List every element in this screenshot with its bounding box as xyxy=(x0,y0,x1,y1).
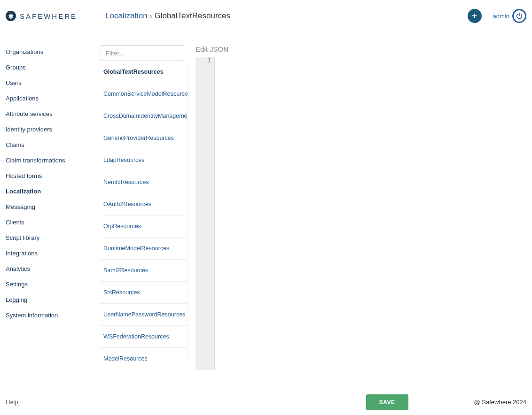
editor-gutter: 1 xyxy=(196,57,214,370)
resource-column: GlobalTextResourcesCommonServiceModelRes… xyxy=(100,32,188,389)
editor-title: Edit JSON xyxy=(196,45,532,53)
sidebar-item-system-information[interactable]: System information xyxy=(6,307,100,323)
sidebar-item-claims[interactable]: Claims xyxy=(6,137,100,153)
breadcrumb: Localization › GlobalTextResources xyxy=(105,11,230,21)
sidebar-item-logging[interactable]: Logging xyxy=(6,292,100,307)
help-link[interactable]: Help xyxy=(6,399,18,406)
resource-item[interactable]: StsResources xyxy=(100,282,188,304)
sidebar-item-hosted-forms[interactable]: Hosted forms xyxy=(6,168,100,184)
user-name: admin xyxy=(493,13,509,20)
user-menu[interactable]: admin xyxy=(493,9,526,23)
chevron-right-icon: › xyxy=(150,12,152,20)
json-editor[interactable]: 1 xyxy=(196,57,532,370)
resource-list[interactable]: GlobalTextResourcesCommonServiceModelRes… xyxy=(100,61,188,361)
sidebar-item-script-library[interactable]: Script library xyxy=(6,230,100,246)
resource-item[interactable]: NemIdResources xyxy=(100,171,188,193)
resource-item[interactable]: CommonServiceModelResources xyxy=(100,83,188,105)
brand-name: SAFEWHERE xyxy=(20,12,77,20)
sidebar-item-claim-transformations[interactable]: Claim transformations xyxy=(6,153,100,168)
resource-item[interactable]: OtpResources xyxy=(100,215,188,238)
header: ✱ SAFEWHERE Localization › GlobalTextRes… xyxy=(0,0,532,32)
resource-item[interactable]: GlobalTextResources xyxy=(100,61,188,83)
plus-icon: + xyxy=(472,11,477,22)
sidebar-item-messaging[interactable]: Messaging xyxy=(6,199,100,215)
sidebar-item-settings[interactable]: Settings xyxy=(6,277,100,292)
resource-item[interactable]: CrossDomainIdentityManagement xyxy=(100,105,188,127)
resource-item[interactable]: Saml2Resources xyxy=(100,260,188,282)
sidebar: OrganizationsGroupsUsersApplicationsAttr… xyxy=(0,32,100,389)
resource-item[interactable]: WSFederationResources xyxy=(100,326,188,348)
resource-item[interactable]: RuntimeModelResources xyxy=(100,238,188,260)
add-button[interactable]: + xyxy=(468,9,482,23)
power-icon xyxy=(512,9,526,23)
resource-item[interactable]: UserNamePasswordResources xyxy=(100,304,188,326)
sidebar-item-integrations[interactable]: Integrations xyxy=(6,246,100,261)
sidebar-item-organizations[interactable]: Organizations xyxy=(6,44,100,60)
filter-input[interactable] xyxy=(100,45,184,61)
copyright: @ Safewhere 2024 xyxy=(474,399,527,406)
sidebar-item-users[interactable]: Users xyxy=(6,75,100,91)
brand-logo[interactable]: ✱ SAFEWHERE xyxy=(6,11,105,21)
resource-item[interactable]: GenericProviderResources xyxy=(100,127,188,149)
footer: Help SAVE @ Safewhere 2024 xyxy=(0,389,532,415)
resource-item[interactable]: LdapResources xyxy=(100,149,188,171)
breadcrumb-current: GlobalTextResources xyxy=(154,11,230,21)
sidebar-item-attribute-services[interactable]: Attribute services xyxy=(6,106,100,122)
save-button[interactable]: SAVE xyxy=(366,394,408,410)
sidebar-item-analytics[interactable]: Analytics xyxy=(6,261,100,277)
sidebar-item-clients[interactable]: Clients xyxy=(6,215,100,230)
snowflake-icon: ✱ xyxy=(6,11,16,21)
resource-item[interactable]: ModelResources xyxy=(100,348,188,361)
sidebar-item-groups[interactable]: Groups xyxy=(6,60,100,75)
sidebar-item-localization[interactable]: Localization xyxy=(6,184,100,199)
breadcrumb-root[interactable]: Localization xyxy=(105,11,148,21)
sidebar-item-identity-providers[interactable]: Identity providers xyxy=(6,122,100,137)
resource-item[interactable]: OAuth2Resources xyxy=(100,193,188,215)
sidebar-item-applications[interactable]: Applications xyxy=(6,91,100,106)
editor-column: Edit JSON 1 xyxy=(188,32,532,389)
editor-code[interactable] xyxy=(214,57,532,370)
